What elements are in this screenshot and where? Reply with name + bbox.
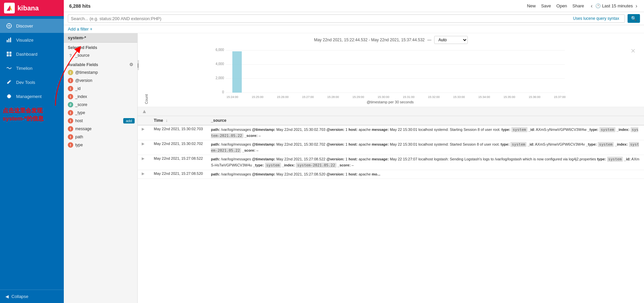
- scroll-up-area: ▲: [138, 107, 644, 116]
- add-host-btn[interactable]: add: [123, 118, 135, 123]
- expand-icon[interactable]: ▶: [142, 156, 144, 160]
- field-item-index[interactable]: t _index: [64, 93, 137, 101]
- sidebar-item-devtools[interactable]: Dev Tools: [0, 75, 64, 89]
- save-button[interactable]: Save: [541, 3, 551, 8]
- index-pattern[interactable]: system-*: [64, 33, 137, 43]
- field-item-version[interactable]: t @version: [64, 77, 137, 85]
- field-type-text8: t: [68, 142, 73, 148]
- svg-rect-12: [9, 54, 11, 56]
- field-item-host[interactable]: t host add: [64, 117, 137, 125]
- expand-cell[interactable]: ▶: [138, 125, 150, 140]
- time-column-header[interactable]: Time ↓: [150, 116, 207, 125]
- results-table: Time ↓ _source ▶ May 22nd 2021, 15:30:02…: [138, 116, 644, 179]
- chart-close-area: ✕: [631, 46, 639, 104]
- field-item-type[interactable]: t _type: [64, 109, 137, 117]
- sidebar-item-timelion-label: Timelion: [16, 66, 33, 71]
- sidebar-item-management-label: Management: [16, 94, 42, 99]
- field-item-path[interactable]: t path: [64, 133, 137, 141]
- time-range: 🕐 Last 15 minutes: [595, 3, 633, 8]
- field-item-message[interactable]: t message: [64, 125, 137, 133]
- sidebar-item-discover[interactable]: Discover: [0, 19, 64, 33]
- svg-rect-10: [9, 52, 11, 54]
- expand-icon[interactable]: ▶: [142, 127, 144, 131]
- sidebar-item-visualize-label: Visualize: [16, 38, 34, 43]
- sidebar-item-dashboard[interactable]: Dashboard: [0, 47, 64, 61]
- expand-col: [138, 116, 150, 125]
- sidebar: kibana Discover Visualize Dashboard Time…: [0, 0, 64, 303]
- field-type-text4: t: [68, 110, 73, 115]
- next-time-btn[interactable]: ›: [634, 3, 639, 9]
- chart-interval-select[interactable]: Auto 1 second 30 seconds 1 minute: [434, 36, 468, 44]
- source-cell: path: /var/log/messages @timestamp: May …: [207, 125, 644, 140]
- sidebar-item-devtools-label: Dev Tools: [16, 80, 35, 85]
- time-label: Last 15 minutes: [602, 3, 633, 8]
- svg-text:15:29:00: 15:29:00: [352, 95, 364, 99]
- selected-fields-header: Selected Fields: [64, 43, 137, 51]
- field-item-id[interactable]: t _id: [64, 85, 137, 93]
- filterbar: Add a filter +: [64, 25, 644, 33]
- svg-rect-11: [7, 54, 9, 56]
- wave-icon: [5, 64, 13, 72]
- sidebar-logo: kibana: [0, 0, 64, 16]
- open-button[interactable]: Open: [556, 3, 567, 8]
- svg-text:15:24:00: 15:24:00: [226, 95, 238, 99]
- sidebar-item-visualize[interactable]: Visualize: [0, 33, 64, 47]
- field-item-score[interactable]: # _score: [64, 101, 137, 109]
- topbar: 6,288 hits New Save Open Share ‹ 🕐 Last …: [64, 0, 644, 12]
- search-syntax-link[interactable]: Uses lucene query syntax: [573, 16, 619, 21]
- field-name-type2: type: [75, 143, 133, 147]
- field-type-number: #: [68, 102, 73, 107]
- topbar-actions: New Save Open Share ‹ 🕐 Last 15 minutes …: [527, 3, 639, 9]
- svg-text:15:34:00: 15:34:00: [478, 95, 490, 99]
- prev-time-btn[interactable]: ‹: [590, 3, 594, 9]
- expand-cell[interactable]: ▶: [138, 140, 150, 155]
- search-button[interactable]: 🔍: [628, 14, 640, 23]
- hits-count: 6,288 hits: [69, 3, 91, 9]
- field-type-text6: t: [68, 126, 73, 132]
- svg-text:0: 0: [222, 90, 224, 94]
- source-column-header[interactable]: _source: [207, 116, 644, 125]
- svg-text:15:31:00: 15:31:00: [403, 95, 414, 99]
- content-area: system-* Selected Fields ? _source Avail…: [64, 33, 644, 303]
- svg-rect-22: [232, 51, 242, 93]
- panel-collapse-btn[interactable]: ◀: [138, 60, 139, 70]
- time-cell: May 22nd 2021, 15:30:02.702: [150, 140, 207, 155]
- sidebar-item-dashboard-label: Dashboard: [16, 52, 38, 57]
- sidebar-item-management[interactable]: Management: [0, 89, 64, 103]
- table-row: ▶ May 22nd 2021, 15:27:08.522 path: /var…: [138, 155, 644, 170]
- field-type-text: t: [68, 78, 73, 83]
- chart-close-btn[interactable]: ✕: [631, 47, 636, 55]
- dashboard-icon: [5, 50, 13, 58]
- sidebar-collapse-btn[interactable]: ◀ Collapse: [0, 290, 64, 303]
- search-input[interactable]: [71, 16, 573, 21]
- add-filter-btn[interactable]: Add a filter +: [68, 27, 92, 32]
- field-item-source[interactable]: ? _source: [64, 51, 137, 59]
- expand-cell[interactable]: ▶: [138, 155, 150, 170]
- expand-icon[interactable]: ▶: [142, 142, 144, 146]
- field-name-index: _index: [75, 94, 133, 99]
- svg-rect-9: [7, 52, 9, 54]
- field-type-text7: t: [68, 134, 73, 140]
- share-button[interactable]: Share: [572, 3, 584, 8]
- chart-header: May 22nd 2021, 15:22:44.532 - May 22nd 2…: [143, 36, 639, 44]
- field-type-text3: t: [68, 94, 73, 99]
- time-cell: May 22nd 2021, 15:30:02.703: [150, 125, 207, 140]
- field-type-date: t: [68, 70, 73, 75]
- field-type-text5: t: [68, 118, 73, 123]
- scroll-top-btn[interactable]: ▲: [142, 108, 147, 114]
- expand-icon[interactable]: ▶: [142, 171, 144, 175]
- field-item-timestamp[interactable]: t @timestamp: [64, 68, 137, 77]
- expand-cell[interactable]: ▶: [138, 170, 150, 179]
- main-content: 6,288 hits New Save Open Share ‹ 🕐 Last …: [64, 0, 644, 303]
- svg-text:15:25:00: 15:25:00: [251, 95, 263, 99]
- chart-area: May 22nd 2021, 15:22:44.532 - May 22nd 2…: [138, 33, 644, 107]
- right-panel: ◀ May 22nd 2021, 15:22:44.532 - May 22nd…: [138, 33, 644, 303]
- fields-gear-btn[interactable]: ⚙: [129, 62, 133, 67]
- field-name-source: _source: [75, 53, 133, 58]
- new-button[interactable]: New: [527, 3, 536, 8]
- sidebar-item-timelion[interactable]: Timelion: [0, 61, 64, 75]
- svg-point-1: [8, 25, 10, 27]
- source-cell: path: /var/log/messages @timestamp: May …: [207, 170, 644, 179]
- field-item-type2[interactable]: t type: [64, 141, 137, 149]
- compass-icon: [5, 22, 13, 30]
